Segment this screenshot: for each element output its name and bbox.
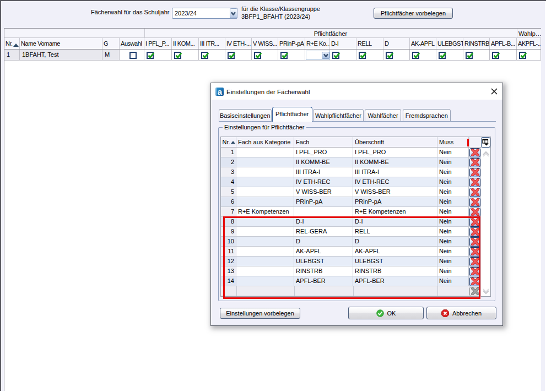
svg-text:a: a xyxy=(218,88,223,96)
